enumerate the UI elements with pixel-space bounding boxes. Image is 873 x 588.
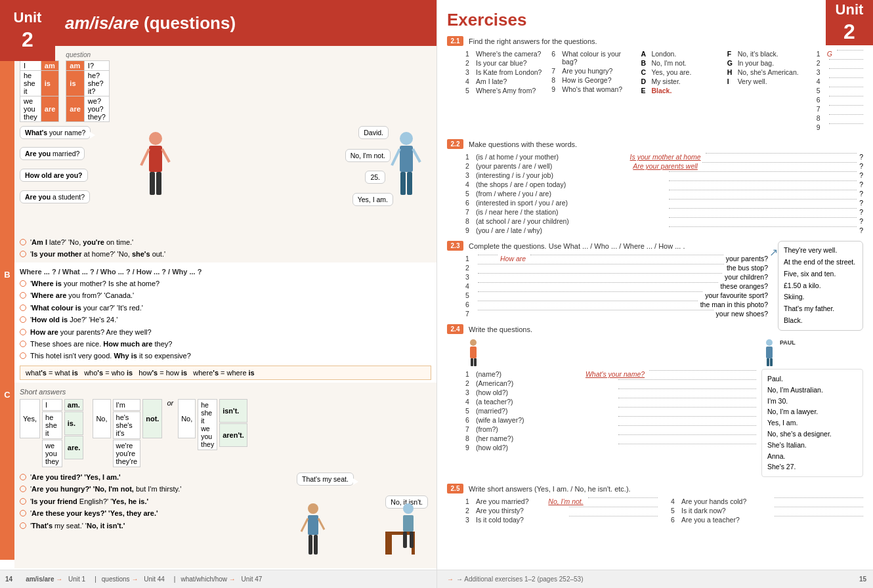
- standing-figure: [300, 502, 326, 561]
- seated-figure: [375, 502, 421, 561]
- exercises-title: Exercises: [447, 10, 526, 30]
- short-answers-table: Yes, I he she it we you they am. is. are…: [20, 399, 431, 467]
- svg-rect-21: [389, 535, 392, 555]
- right-content: 2.1 Find the right answers for the quest…: [447, 36, 863, 568]
- ex23-response-box: They're very well. At the end of the str…: [778, 241, 863, 331]
- svg-line-15: [318, 518, 324, 530]
- question-header: question: [66, 51, 109, 58]
- svg-rect-13: [308, 515, 318, 535]
- footer-left: 14 am/is/are → Unit 1 | questions → Unit…: [0, 570, 436, 588]
- svg-rect-23: [385, 532, 389, 555]
- footer-additional: → Additional exercises 1–2 (pages 252–53…: [456, 576, 583, 583]
- section-b-examples: 'Where is your mother? Is she at home? '…: [20, 279, 431, 362]
- unit-box-right: Unit 2: [826, 0, 873, 45]
- left-page: Unit 2 am/is/are (questions) A positive …: [0, 0, 436, 588]
- svg-rect-28: [471, 358, 473, 366]
- svg-rect-7: [400, 146, 413, 172]
- svg-rect-16: [309, 535, 312, 555]
- exercise-2-1: 2.1 Find the right answers for the quest…: [447, 36, 863, 133]
- svg-rect-17: [314, 535, 318, 555]
- ex23-instruction: Complete the questions. Use What ... / W…: [469, 242, 685, 250]
- ex21-q7: 7Are you hungry?: [551, 67, 634, 75]
- ex24-paul-box: PAUL Paul. No, I'm Australian. I'm 30. N…: [761, 338, 863, 477]
- ex21-q1: 1Where's the camera?: [465, 50, 548, 58]
- svg-point-18: [403, 503, 414, 514]
- bubble-3: Are you married?: [20, 147, 85, 160]
- bubble-1: What's your name?: [20, 126, 91, 139]
- ex25-right: 4 Are your hands cold? 5 Is it dark now?…: [671, 497, 863, 525]
- bubble-8: Yes, I am.: [352, 193, 393, 206]
- figure-girl: [138, 129, 174, 210]
- paul-figure: [761, 338, 778, 368]
- bubble-5: How old are you?: [20, 169, 88, 182]
- bubble-6: 25.: [365, 171, 385, 184]
- svg-rect-31: [766, 346, 773, 358]
- svg-point-26: [470, 339, 477, 346]
- ex23-badge: 2.3: [447, 241, 463, 251]
- section-a-bar: A: [0, 46, 14, 262]
- ex21-content: 1Where's the camera? 2Is your car blue? …: [465, 50, 863, 133]
- ex21-q2: 2Is your car blue?: [465, 59, 548, 67]
- ex22-badge: 2.2: [447, 139, 463, 149]
- svg-line-14: [301, 518, 308, 532]
- section-c-header: Short answers: [20, 388, 431, 396]
- svg-rect-27: [470, 346, 477, 358]
- section-b-content: Where ... ? / What ... ? / Who ... ? / H…: [14, 262, 436, 383]
- ex24-badge: 2.4: [447, 324, 463, 334]
- contractions-box: what's = what is who's = who is how's = …: [20, 366, 431, 380]
- exercise-2-5: 2.5 Write short answers (Yes, I am. / No…: [447, 484, 863, 525]
- ex25-left: 1 Are you married? No, I'm not. 2 Are yo…: [465, 497, 658, 525]
- svg-line-8: [392, 149, 400, 165]
- section-c-content: Short answers Yes, I he she it we you th…: [14, 383, 436, 568]
- ex25-badge: 2.5: [447, 484, 463, 494]
- ex22-header: 2.2 Make questions with these words.: [447, 139, 863, 149]
- svg-rect-1: [149, 146, 162, 172]
- ex25-content: 1 Are you married? No, I'm not. 2 Are yo…: [465, 497, 863, 525]
- section-b-label: B: [0, 268, 14, 280]
- ex21-q9: 9Who's that woman?: [551, 85, 634, 93]
- svg-rect-10: [400, 172, 406, 195]
- svg-rect-11: [407, 172, 412, 195]
- section-c-examples: 'Are you tired?' 'Yes, I am.' 'Are you h…: [20, 472, 290, 531]
- svg-line-2: [141, 149, 149, 165]
- exercise-2-2: 2.2 Make questions with these words. 1 (…: [447, 139, 863, 234]
- svg-point-12: [308, 503, 318, 514]
- svg-rect-19: [403, 515, 414, 532]
- section-c-label: C: [0, 388, 14, 400]
- ex21-q3: 3Is Kate from London?: [465, 68, 548, 76]
- svg-point-6: [400, 132, 413, 145]
- svg-point-30: [766, 339, 773, 346]
- exercise-2-4: 2.4 Write the questions.: [447, 324, 863, 477]
- ex21-q5: 5Where's Amy from?: [465, 87, 548, 94]
- seat-illustration: That's my seat. No, it isn't.: [293, 472, 431, 564]
- unit-box-left: Unit 2: [0, 0, 55, 61]
- ex21-q4: 4Am I late?: [465, 77, 548, 85]
- svg-line-3: [162, 149, 169, 162]
- title-amis: am/is/are: [65, 13, 139, 33]
- ex21-questions: 1Where's the camera? 2Is your car blue? …: [465, 50, 634, 133]
- section-a-content: positive I am he she it is we you they a…: [14, 46, 436, 262]
- ex24-questions: 1 (name?) What's your name? 2(American?)…: [465, 338, 756, 477]
- ex24-instruction: Write the questions.: [469, 326, 532, 333]
- ex21-answers: ALondon. BNo, I'm not. CYes, you are. DM…: [641, 50, 809, 133]
- figure-man: [389, 129, 425, 210]
- svg-rect-25: [410, 532, 414, 548]
- ex25-header: 2.5 Write short answers (Yes, I am. / No…: [447, 484, 863, 494]
- ex21-numbered-answers: 1G 2 3 4 5 6 7 8 9: [817, 50, 863, 133]
- ex23-arrow: ↗: [769, 246, 778, 259]
- header-title: am/is/are (questions): [55, 0, 436, 46]
- svg-rect-33: [770, 358, 773, 366]
- section-c-bar: C: [0, 383, 14, 560]
- section-b-header: Where ... ? / What ... ? / Who ... ? / H…: [20, 268, 431, 276]
- ex21-q8: 8How is George?: [551, 76, 634, 84]
- ex24-content: 1 (name?) What's your name? 2(American?)…: [465, 338, 863, 477]
- ex25-instruction: Write short answers (Yes, I am. / No, he…: [469, 485, 631, 493]
- paul-responses: Paul. No, I'm Australian. I'm 30. No, I'…: [761, 369, 863, 477]
- bubble-4: No, I'm not.: [345, 149, 391, 162]
- bubble-2: David.: [358, 126, 389, 139]
- footer-right: → → Additional exercises 1–2 (pages 252–…: [437, 570, 873, 588]
- ex21-header: 2.1 Find the right answers for the quest…: [447, 36, 863, 46]
- ex21-q6: 6What colour is your bag?: [551, 50, 634, 66]
- right-page: Unit 2 Exercises 2.1 Find the right answ…: [436, 0, 873, 588]
- seat-bubble-1: That's my seat.: [297, 472, 354, 486]
